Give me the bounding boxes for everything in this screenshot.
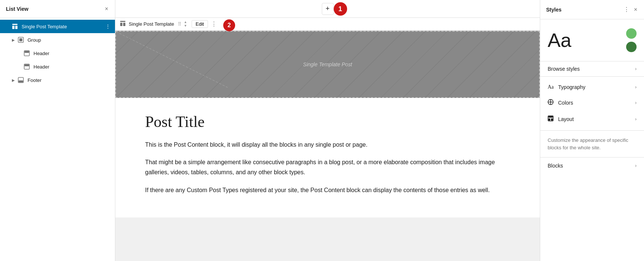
browse-styles-button[interactable]: Browse styles ›: [540, 61, 644, 77]
close-list-view-button[interactable]: ×: [104, 5, 109, 13]
footer-label: Footer: [28, 77, 110, 83]
edit-button[interactable]: Edit: [192, 20, 208, 28]
svg-rect-13: [123, 23, 125, 26]
browse-styles-chevron-icon: ›: [635, 66, 637, 71]
typography-nav-left: Aa Typography: [548, 84, 586, 90]
group-label: Group: [28, 37, 110, 43]
styles-more-button[interactable]: ⋮: [623, 5, 630, 14]
styles-preview: Aa: [540, 19, 644, 61]
styles-close-button[interactable]: ×: [633, 6, 638, 14]
template-area-label: Single Template Post: [303, 61, 352, 67]
header-2-label: Header: [33, 64, 110, 70]
colors-chevron-icon: ›: [635, 100, 637, 105]
colors-nav-item[interactable]: Colors ›: [540, 95, 644, 111]
blocks-nav-item[interactable]: Blocks ›: [540, 157, 644, 174]
typography-icon: Aa: [548, 84, 554, 90]
left-panel-header: List View ×: [0, 0, 115, 18]
post-title: Post Title: [145, 113, 510, 131]
svg-rect-17: [548, 118, 550, 121]
blocks-label: Blocks: [548, 163, 563, 169]
svg-rect-2: [15, 26, 17, 29]
post-body-paragraph-1: This is the Post Content block, it will …: [145, 140, 510, 150]
color-dot-2: [626, 42, 637, 52]
blocks-chevron-icon: ›: [635, 163, 637, 168]
sidebar-item-single-post-template[interactable]: ▶ Single Post Template ⋮: [0, 20, 115, 33]
sidebar-item-header-2[interactable]: ▶ Header: [0, 60, 115, 73]
group-icon: [17, 36, 25, 44]
group-expand-arrow[interactable]: ▶: [10, 37, 16, 43]
post-body-paragraph-3: If there are any Custom Post Types regis…: [145, 185, 510, 195]
post-body-paragraph-2: That might be a simple arrangement like …: [145, 157, 510, 177]
single-post-template-more[interactable]: ⋮: [105, 23, 110, 29]
colors-nav-left: Colors: [548, 99, 573, 106]
canvas-wrapper: + 1 Single Post Template ⠿ ▲ ▼: [115, 0, 540, 261]
post-content-area: Post Title This is the Post Content bloc…: [115, 98, 540, 217]
typography-nav-item[interactable]: Aa Typography ›: [540, 80, 644, 95]
svg-rect-16: [548, 116, 553, 118]
svg-rect-10: [19, 80, 23, 82]
header-icon-1: [23, 50, 31, 57]
layout-label: Layout: [558, 116, 574, 122]
sidebar-item-group[interactable]: ▶ Group: [0, 33, 115, 47]
styles-nav: Aa Typography › Colors ›: [540, 77, 644, 131]
canvas-top-bar: + 1: [115, 0, 540, 18]
svg-rect-11: [120, 21, 125, 22]
styles-title: Styles: [546, 7, 561, 13]
layout-nav-left: Layout: [548, 115, 574, 123]
svg-rect-0: [12, 24, 17, 25]
svg-rect-8: [25, 64, 29, 66]
header-1-label: Header: [33, 51, 110, 56]
list-view-items: ▶ Single Post Template ⋮ ▶ Group: [0, 18, 115, 88]
post-body: This is the Post Content block, it will …: [145, 140, 510, 195]
add-block-button[interactable]: +: [322, 3, 334, 15]
svg-rect-12: [120, 23, 122, 26]
footer-icon: [17, 76, 25, 84]
up-down-arrows[interactable]: ▲ ▼: [184, 20, 187, 28]
sidebar-item-footer[interactable]: ▶ Footer: [0, 73, 115, 87]
svg-rect-18: [551, 118, 553, 121]
svg-rect-4: [19, 38, 22, 41]
diagonal-lines: [116, 32, 228, 87]
template-toolbar: Single Post Template ⠿ ▲ ▼ Edit ⋮: [115, 18, 540, 31]
header-icons: ⋮ ×: [623, 5, 638, 14]
typography-label: Typography: [558, 84, 585, 90]
typography-chevron-icon: ›: [635, 85, 637, 90]
color-dots: [626, 28, 637, 52]
layout-icon: [11, 23, 19, 30]
template-toolbar-label: Single Post Template: [129, 21, 174, 27]
left-panel: List View × ▶ Single Post Template ⋮ ▶: [0, 0, 115, 261]
step-2-badge: 2: [223, 19, 235, 31]
footer-expand-arrow[interactable]: ▶: [10, 77, 16, 83]
layout-chevron-icon: ›: [635, 117, 637, 122]
svg-rect-1: [12, 26, 15, 29]
styles-panel: Styles ⋮ × Aa Browse styles › Aa Typogra…: [540, 0, 644, 261]
single-post-template-label: Single Post Template: [22, 24, 105, 29]
browse-styles-label: Browse styles: [548, 66, 580, 72]
plus-icon: +: [326, 5, 330, 13]
header-icon-2: [23, 63, 31, 70]
layout-nav-item[interactable]: Layout ›: [540, 111, 644, 127]
svg-line-14: [116, 32, 228, 87]
colors-icon: [548, 99, 554, 106]
template-area: Single Template Post: [115, 31, 540, 98]
canvas-scroll: Single Post Template ⠿ ▲ ▼ Edit ⋮ 2 Sing…: [115, 18, 540, 261]
styles-panel-header: Styles ⋮ ×: [540, 0, 644, 19]
svg-rect-6: [25, 51, 29, 53]
styles-description: Customize the appearance of specific blo…: [540, 131, 644, 157]
colors-label: Colors: [558, 100, 573, 106]
sidebar-item-header-1[interactable]: ▶ Header: [0, 47, 115, 60]
template-block-icon: [120, 20, 126, 28]
template-more-button[interactable]: ⋮: [211, 20, 217, 28]
layout-icon: [548, 115, 554, 123]
typography-preview: Aa: [548, 31, 571, 50]
color-dot-1: [626, 28, 637, 39]
list-view-title: List View: [6, 6, 28, 12]
drag-handle-icon[interactable]: ⠿: [178, 21, 182, 27]
down-arrow-icon[interactable]: ▼: [184, 24, 187, 28]
step-1-badge: 1: [334, 2, 347, 16]
